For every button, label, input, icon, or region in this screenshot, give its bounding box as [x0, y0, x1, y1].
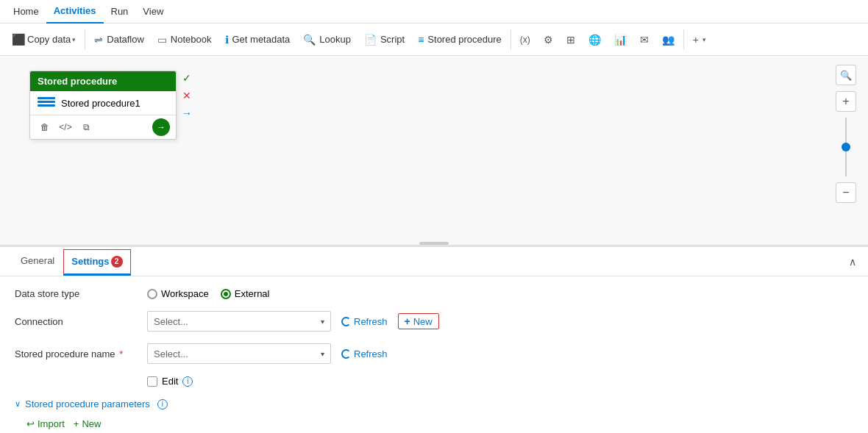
go-button[interactable]: →: [152, 118, 170, 136]
toolbar-lookup[interactable]: 🔍 Lookup: [297, 26, 357, 53]
toolbar-stored-procedure[interactable]: ≡ Stored procedure: [412, 26, 508, 53]
nav-activities[interactable]: Activities: [46, 0, 104, 24]
grid-icon: ⊞: [566, 34, 575, 46]
data-store-type-controls: Workspace External: [147, 288, 853, 299]
edit-checkbox[interactable]: [147, 376, 157, 387]
connection-select[interactable]: Select... ▾: [147, 311, 331, 332]
toolbar-email[interactable]: ✉: [634, 26, 655, 53]
external-radio-circle: [221, 289, 231, 299]
sp-name-select-arrow: ▾: [321, 350, 324, 358]
sp-name-refresh-button[interactable]: Refresh: [337, 347, 392, 361]
toolbar-get-metadata[interactable]: ℹ Get metadata: [219, 26, 296, 53]
external-radio-label: External: [235, 288, 270, 299]
data-store-type-row: Data store type Workspace External: [15, 288, 853, 299]
new-param-label: New: [82, 418, 101, 429]
card-side-icons: ✓ ✕ →: [179, 71, 194, 121]
more-arrow: ▾: [702, 36, 706, 43]
zoom-slider[interactable]: [845, 118, 847, 176]
radio-workspace[interactable]: Workspace: [147, 288, 209, 299]
connection-select-arrow: ▾: [321, 318, 324, 326]
toolbar-copy-data[interactable]: ⬛ Copy data ▾: [6, 26, 82, 53]
radio-group: Workspace External: [147, 288, 270, 299]
sp-refresh-icon: [341, 349, 351, 359]
toolbar-globe[interactable]: 🌐: [583, 26, 607, 53]
script-icon: 📄: [364, 34, 377, 46]
edit-info-icon[interactable]: i: [182, 376, 193, 387]
tabs-row: General Settings 2 ∧: [0, 247, 868, 276]
sp-name-select-text: Select...: [154, 348, 188, 359]
toolbar-variable[interactable]: (x): [514, 26, 536, 53]
nav-home[interactable]: Home: [6, 0, 46, 24]
tab-general[interactable]: General: [12, 247, 63, 276]
delete-button[interactable]: 🗑: [36, 118, 54, 136]
collapse-button[interactable]: ∧: [849, 256, 856, 268]
card-body[interactable]: Stored procedure1: [30, 91, 176, 115]
required-indicator: *: [119, 348, 123, 359]
chart-icon: 📊: [614, 34, 627, 46]
code-button[interactable]: </>: [57, 118, 74, 136]
card-actions: 🗑 </> ⧉ →: [30, 115, 176, 139]
params-section: ∨ Stored procedure parameters i ↩ Import…: [15, 398, 853, 429]
stored-procedure-icon: ≡: [418, 34, 424, 46]
settings-badge: 2: [111, 256, 123, 268]
new-connection-button[interactable]: + New: [398, 313, 439, 329]
card-body-icon: [38, 97, 55, 109]
expand-icon[interactable]: →: [179, 106, 194, 121]
import-icon: ↩: [26, 418, 35, 429]
sp-name-label: Stored procedure name *: [15, 348, 147, 359]
notebook-icon: ▭: [157, 34, 167, 46]
new-param-button[interactable]: + New: [74, 418, 102, 429]
sp-refresh-label: Refresh: [354, 348, 388, 359]
toolbar-more[interactable]: + ▾: [687, 26, 712, 53]
connection-label: Connection: [15, 316, 147, 327]
zoom-slider-thumb: [842, 143, 850, 151]
copy-data-icon: ⬛: [12, 33, 26, 46]
radio-external[interactable]: External: [221, 288, 270, 299]
refresh-label: Refresh: [354, 316, 388, 327]
email-icon: ✉: [640, 34, 649, 46]
tab-settings[interactable]: Settings 2: [63, 249, 130, 276]
workspace-radio-label: Workspace: [161, 288, 209, 299]
connection-controls: Select... ▾ Refresh + New: [147, 311, 853, 332]
copy-button[interactable]: ⧉: [77, 118, 95, 136]
card-title: Stored procedure: [38, 76, 117, 87]
new-param-plus-icon: +: [74, 418, 79, 429]
nav-run[interactable]: Run: [104, 0, 136, 24]
lookup-icon: 🔍: [303, 34, 316, 46]
sp-name-select[interactable]: Select... ▾: [147, 343, 331, 364]
params-header[interactable]: ∨ Stored procedure parameters i: [15, 398, 853, 409]
connection-refresh-button[interactable]: Refresh: [337, 315, 392, 329]
import-button[interactable]: ↩ Import: [26, 418, 65, 429]
zoom-in-button[interactable]: +: [836, 91, 856, 112]
nav-view[interactable]: View: [135, 0, 171, 24]
validate-icon[interactable]: ✓: [179, 71, 194, 85]
card-header: Stored procedure: [30, 71, 176, 91]
teams-icon: 👥: [662, 34, 675, 46]
toolbar-chart[interactable]: 📊: [608, 26, 633, 53]
workspace-radio-circle: [147, 289, 157, 299]
dataflow-icon: ⇌: [94, 34, 103, 46]
params-chevron-icon: ∨: [15, 399, 21, 409]
toolbar-notebook[interactable]: ▭ Notebook: [152, 26, 218, 53]
zoom-out-button[interactable]: −: [836, 182, 856, 203]
zoom-controls: 🔍 + −: [836, 65, 856, 203]
zoom-search-button[interactable]: 🔍: [836, 65, 856, 85]
new-connection-label: New: [413, 316, 433, 327]
toolbar-dataflow[interactable]: ⇌ Dataflow: [88, 26, 150, 53]
sp-name-row: Stored procedure name * Select... ▾ Refr…: [15, 343, 853, 364]
data-store-type-label: Data store type: [15, 288, 147, 299]
refresh-icon: [341, 317, 351, 326]
new-connection-plus-icon: +: [405, 315, 410, 327]
settings-icon: ⚙: [544, 34, 553, 46]
bottom-panel: General Settings 2 ∧ Data store type Wor…: [0, 247, 868, 433]
cancel-icon[interactable]: ✕: [179, 88, 194, 103]
settings-content: Data store type Workspace External: [0, 276, 868, 433]
params-label: Stored procedure parameters: [25, 398, 150, 409]
toolbar-script[interactable]: 📄 Script: [358, 26, 410, 53]
toolbar-teams[interactable]: 👥: [656, 26, 680, 53]
toolbar-grid[interactable]: ⊞: [561, 26, 581, 53]
panel-resize-handle[interactable]: [419, 242, 449, 245]
toolbar-settings[interactable]: ⚙: [538, 26, 559, 53]
params-info-icon[interactable]: i: [157, 399, 168, 409]
edit-row: Edit i: [147, 376, 853, 387]
